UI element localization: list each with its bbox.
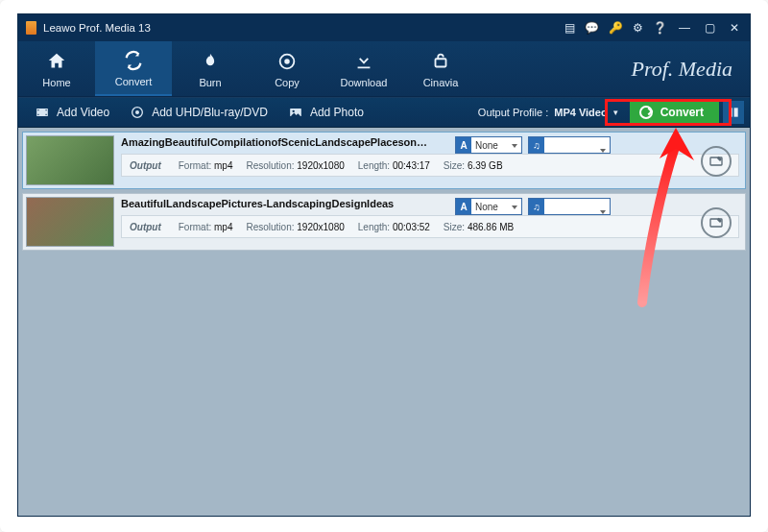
- output-profile[interactable]: Output Profile : MP4 Video ▾: [478, 107, 630, 118]
- audio-select[interactable]: ♫: [528, 136, 611, 154]
- svg-point-11: [292, 110, 294, 112]
- tab-convert-label: Convert: [115, 76, 153, 87]
- key-icon[interactable]: 🔑: [609, 21, 623, 35]
- tab-cinavia-label: Cinavia: [423, 77, 459, 88]
- audio-select[interactable]: ♫: [528, 198, 611, 215]
- tab-burn[interactable]: Burn: [172, 41, 249, 96]
- home-icon: [46, 50, 67, 73]
- add-disc-button[interactable]: Add UHD/Blu-ray/DVD: [119, 98, 277, 127]
- edit-button[interactable]: [701, 146, 732, 177]
- tab-home[interactable]: Home: [18, 41, 95, 96]
- minimize-button[interactable]: —: [677, 20, 692, 36]
- add-photo-label: Add Photo: [310, 106, 364, 119]
- chevron-down-icon: ▾: [613, 108, 618, 117]
- convert-button[interactable]: Convert: [630, 101, 719, 124]
- file-list: AmazingBeautifulCompilationofScenicLands…: [18, 128, 750, 516]
- list-item[interactable]: AmazingBeautifulCompilationofScenicLands…: [22, 132, 746, 189]
- list-item[interactable]: BeautifulLandscapePictures-LandscapingDe…: [22, 193, 746, 251]
- svg-point-9: [136, 111, 139, 114]
- svg-point-1: [285, 60, 289, 63]
- audio-icon: ♫: [529, 137, 544, 153]
- tab-download[interactable]: Download: [325, 41, 402, 96]
- burn-icon: [201, 50, 220, 73]
- tab-convert[interactable]: Convert: [95, 41, 172, 96]
- tab-download-label: Download: [341, 77, 388, 88]
- file-title: BeautifulLandscapePictures-LandscapingDe…: [121, 198, 428, 209]
- svg-rect-12: [729, 108, 732, 116]
- svg-rect-4: [37, 109, 38, 110]
- tab-copy-label: Copy: [275, 77, 300, 88]
- download-icon: [353, 50, 374, 73]
- tab-home-label: Home: [42, 77, 70, 88]
- app-window: Leawo Prof. Media 13 ▤ 💬 🔑 ⚙ ❔ — ▢ ✕ Hom…: [17, 13, 751, 517]
- svg-rect-13: [734, 108, 738, 116]
- thumbnail: [26, 135, 114, 185]
- audio-icon: ♫: [529, 199, 544, 214]
- close-button[interactable]: ✕: [727, 20, 742, 36]
- svg-rect-5: [37, 114, 38, 115]
- titlebar: Leawo Prof. Media 13 ▤ 💬 🔑 ⚙ ❔ — ▢ ✕: [18, 14, 750, 41]
- help-icon[interactable]: ❔: [653, 21, 667, 35]
- svg-rect-7: [46, 114, 47, 115]
- file-title: AmazingBeautifulCompilationofScenicLands…: [121, 136, 428, 148]
- photo-icon: [287, 105, 304, 120]
- settings-icon[interactable]: ⚙: [633, 21, 643, 35]
- copy-icon: [276, 50, 298, 73]
- subtitle-select[interactable]: A None: [455, 136, 522, 154]
- film-icon: [34, 105, 51, 120]
- tab-cinavia[interactable]: Cinavia: [402, 41, 479, 96]
- app-logo-icon: [26, 21, 36, 35]
- cinavia-icon: [430, 50, 451, 73]
- subtitle-icon: A: [456, 137, 471, 153]
- subtitle-select[interactable]: A None: [455, 198, 522, 215]
- window-title: Leawo Prof. Media 13: [43, 22, 151, 34]
- maximize-button[interactable]: ▢: [702, 20, 717, 36]
- refresh-icon: [639, 106, 653, 119]
- thumbnail: [26, 197, 114, 247]
- add-video-button[interactable]: Add Video: [24, 98, 119, 127]
- convert-button-label: Convert: [660, 106, 704, 119]
- activity-icon[interactable]: ▤: [564, 21, 575, 35]
- tab-burn-label: Burn: [199, 77, 221, 88]
- svg-rect-6: [46, 109, 47, 110]
- tab-copy[interactable]: Copy: [249, 41, 325, 96]
- output-profile-label: Output Profile :: [478, 107, 548, 118]
- subtitle-icon: A: [456, 199, 471, 214]
- add-video-label: Add Video: [57, 106, 109, 119]
- add-photo-button[interactable]: Add Photo: [277, 98, 373, 127]
- add-disc-label: Add UHD/Blu-ray/DVD: [152, 106, 268, 119]
- output-profile-value: MP4 Video: [554, 107, 607, 118]
- output-info: Output Format: mp4 Resolution: 1920x1080…: [121, 154, 739, 177]
- edit-button[interactable]: [701, 207, 732, 238]
- convert-icon: [123, 49, 144, 72]
- svg-rect-2: [436, 59, 446, 66]
- subbar: Add Video Add UHD/Blu-ray/DVD Add Photo …: [18, 97, 750, 128]
- main-toolbar: Home Convert Burn Copy Download: [18, 41, 750, 97]
- output-info: Output Format: mp4 Resolution: 1920x1080…: [121, 215, 739, 238]
- queue-panel-button[interactable]: [723, 101, 744, 124]
- disc-icon: [129, 105, 146, 120]
- brand-label: Prof. Media: [632, 41, 751, 96]
- chat-icon[interactable]: 💬: [585, 21, 599, 35]
